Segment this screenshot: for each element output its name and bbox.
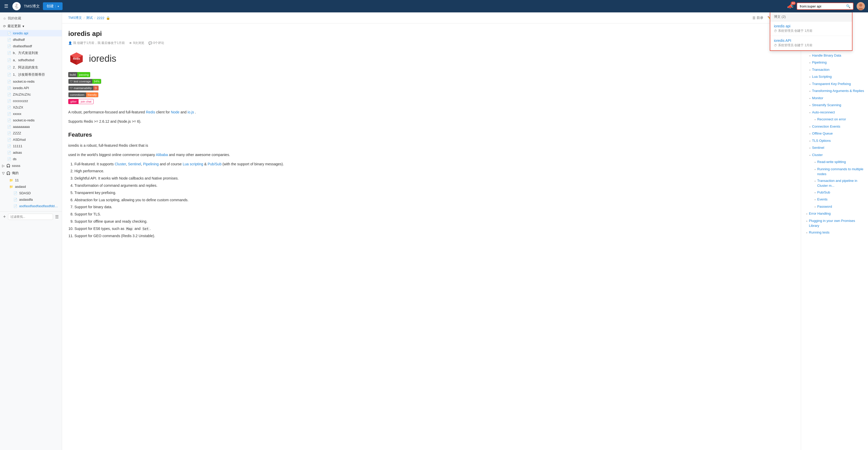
file-icon: 📄	[7, 58, 11, 62]
lua-scripting-link[interactable]: Lua scripting	[183, 162, 203, 166]
create-button[interactable]: 创建 ▾	[43, 2, 63, 10]
toc-lua-scripting[interactable]: • Lua Scripting	[804, 73, 865, 81]
bullet-icon: •	[806, 212, 807, 217]
sidebar-item-ZXcZXcZXc[interactable]: 📄 ZXcZXcZXc	[0, 91, 62, 98]
toc-offline-queue[interactable]: • Offline Queue	[804, 130, 865, 137]
list-view-icon[interactable]: ☰	[55, 215, 59, 219]
commitizen-badge-row: commitizen friendly	[68, 92, 284, 97]
user-avatar[interactable]	[857, 2, 865, 10]
group-wode[interactable]: ▽ 🎧 俺的	[0, 169, 62, 177]
redis-link[interactable]: Redis	[146, 110, 155, 114]
sidebar-item-adsas[interactable]: 📄 adsas	[0, 149, 62, 156]
file-icon: 📄	[7, 93, 11, 96]
toc-button[interactable]: ☰ 目录	[752, 15, 763, 20]
sidebar-item-2[interactable]: 📄 2、阿达说的发生	[0, 64, 62, 71]
breadcrumb-test[interactable]: 测试	[86, 15, 93, 20]
sidebar-item-xxxxx[interactable]: 📄 xxxxx	[0, 110, 62, 117]
breadcrumb-home[interactable]: TMS博文	[68, 15, 82, 20]
gitter-badge-row: gitter join chat	[68, 99, 284, 104]
toc-cluster-password[interactable]: • Password	[804, 203, 865, 211]
toc-binary-data[interactable]: • Handle Binary Data	[804, 52, 865, 59]
alibaba-link[interactable]: Alibaba	[156, 153, 168, 157]
breadcrumb-num[interactable]: 2222	[97, 16, 104, 20]
sidebar-item-dfsdfsdf[interactable]: 📄 dfsdfsdf	[0, 36, 62, 43]
folder-icon: 📁	[9, 179, 13, 182]
file-icon: 📄	[7, 144, 11, 148]
recent-group-header[interactable]: ⟳ 最近更新 ▾	[0, 22, 62, 30]
toc-streamify[interactable]: • Streamify Scanning	[804, 102, 865, 109]
sidebar-item-asdasdfa[interactable]: 📄 asdasdfa	[0, 196, 62, 203]
favorites-link[interactable]: ☆ 我的收藏	[0, 14, 62, 22]
filter-input[interactable]	[8, 214, 53, 220]
sidebar-item-ASDAsd[interactable]: 📄 ASDAsd	[0, 136, 62, 143]
toc-pipelining[interactable]: • Pipelining	[804, 59, 865, 66]
toc-sentinel[interactable]: • Sentinel	[804, 144, 865, 152]
coverage-badge: 🛡 test coverage 94%	[68, 79, 101, 84]
sidebar-item-cccccczzz[interactable]: 📄 cccccczzz	[0, 98, 62, 104]
sidebar: ☆ 我的收藏 ⟳ 最近更新 ▾ 📄 ioredis api 📄 dfsdfsdf…	[0, 12, 62, 450]
create-dropdown-arrow[interactable]: ▾	[55, 5, 59, 8]
toc-reconnect-error[interactable]: • Reconnect on error	[804, 116, 865, 123]
gitter-badge: gitter join chat	[68, 99, 94, 104]
badges-section: build passing 🛡 test coverage 94%	[68, 72, 284, 104]
group-sssss[interactable]: ▷ 🎧 sssss	[0, 162, 62, 169]
search-result-item-2[interactable]: ioredis API ⏱ 系统管理员 创建于 1月前	[770, 36, 852, 51]
pipelining-link[interactable]: Pipelining	[143, 162, 159, 166]
sidebar-item-ds[interactable]: 📄 ds	[0, 156, 62, 162]
sidebar-item-aaaaaaaaa[interactable]: 📄 aaaaaaaaa	[0, 124, 62, 130]
toc-error-handling[interactable]: • Error Handling	[804, 210, 865, 218]
desc-text: A robust, performance-focused and full-f…	[68, 110, 146, 114]
sidebar-item-dsafasdfasdf[interactable]: 📄 dsafasdfasdf	[0, 43, 62, 49]
sidebar-item-a[interactable]: 📄 a、sdfsdfsdsd	[0, 57, 62, 64]
sidebar-item-ioredis-api[interactable]: 📄 ioredis api	[0, 30, 62, 36]
sidebar-item-11111[interactable]: 📄 11111	[0, 143, 62, 149]
toc-connection-events[interactable]: • Connection Events	[804, 123, 865, 130]
toc-cluster-pubsub[interactable]: • Pub/Sub	[804, 189, 865, 196]
group-expand-icon: ▷	[2, 164, 5, 168]
node-link[interactable]: Node	[171, 110, 179, 114]
add-icon[interactable]: +	[3, 214, 6, 220]
sidebar-item-b[interactable]: 📄 b、方式发送到发	[0, 49, 62, 57]
bullet-icon: •	[814, 204, 816, 210]
toc-label: Running tests	[809, 230, 830, 235]
notification-bell[interactable]: 📣 44	[787, 3, 794, 9]
cluster-link[interactable]: Cluster	[115, 162, 126, 166]
sentinel-link[interactable]: Sentinel	[128, 162, 141, 166]
search-icon[interactable]: 🔍	[846, 4, 850, 8]
sidebar-item-XZcZX[interactable]: 📄 XZcZX	[0, 104, 62, 110]
sidebar-item-socket2[interactable]: 📄 socket.io-redis	[0, 117, 62, 124]
feature-item-11: Support for GEO commands (Redis 3.2 Unst…	[74, 233, 284, 239]
toc-cluster[interactable]: • Cluster	[804, 152, 865, 159]
sidebar-item-asdfasdf[interactable]: 📄 asdfasdfasdfasdfasdfdddd...	[0, 203, 62, 209]
file-icon: 📄	[13, 191, 18, 195]
sidebar-item-ioredis-API[interactable]: 📄 ioredis API	[0, 85, 62, 91]
toc-label: Reconnect on error	[817, 117, 846, 122]
search-bar[interactable]: 🔍	[797, 3, 854, 10]
hamburger-menu-button[interactable]: ☰	[3, 2, 9, 10]
search-input[interactable]	[800, 4, 846, 8]
sidebar-item-label: adsas	[13, 151, 59, 155]
toc-transforming[interactable]: • Transforming Arguments & Replies	[804, 88, 865, 95]
pub-sub-link[interactable]: Pub/Sub	[208, 162, 221, 166]
recent-chevron-icon: ▾	[23, 24, 24, 28]
sidebar-item-ZZZZ[interactable]: 📄 ZZZZ	[0, 130, 62, 136]
toc-auto-reconnect[interactable]: • Auto-reconnect	[804, 109, 865, 116]
toc-key-prefixing[interactable]: • Transparent Key Prefixing	[804, 81, 865, 88]
sidebar-item-socket1[interactable]: 📄 socket.io-redis	[0, 78, 62, 85]
toc-transaction[interactable]: • Transaction	[804, 66, 865, 74]
toc-promises-library[interactable]: • Plugging in your own Promises Library	[804, 218, 865, 229]
sidebar-item-1[interactable]: 📄 1、沙发斯蒂芬斯蒂芬	[0, 71, 62, 78]
sidebar-item-SDASD[interactable]: 📄 SDASD	[0, 190, 62, 196]
iojs-link[interactable]: io.js	[188, 110, 194, 114]
toc-tls[interactable]: • TLS Options	[804, 137, 865, 144]
toc-monitor[interactable]: • Monitor	[804, 95, 865, 102]
toc-running-tests[interactable]: • Running tests	[804, 229, 865, 236]
sidebar-item-asdasd[interactable]: 📁 asdasd	[0, 184, 62, 190]
search-result-item-1[interactable]: ioredis api ⏱ 系统管理员 创建于 1月前	[770, 22, 852, 36]
toc-rw-splitting[interactable]: • Read-write splitting	[804, 159, 865, 166]
toc-cluster-events[interactable]: • Events	[804, 196, 865, 203]
toc-transaction-pipeline-cluster[interactable]: • Transaction and pipeline in Cluster m.…	[804, 178, 865, 189]
sidebar-item-label: ds	[13, 157, 59, 161]
toc-multiple-nodes[interactable]: • Running commands to multiple nodes	[804, 166, 865, 178]
sidebar-item-11[interactable]: 📁 11	[0, 177, 62, 184]
